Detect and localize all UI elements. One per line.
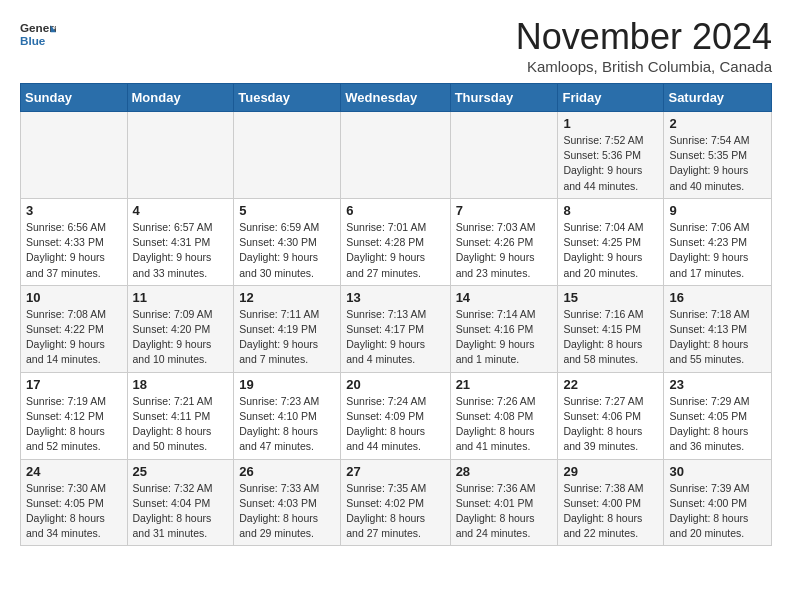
day-info: Sunrise: 7:13 AM Sunset: 4:17 PM Dayligh…: [346, 307, 444, 368]
calendar-cell: 17Sunrise: 7:19 AM Sunset: 4:12 PM Dayli…: [21, 372, 128, 459]
calendar-cell: [450, 112, 558, 199]
calendar-week-row: 10Sunrise: 7:08 AM Sunset: 4:22 PM Dayli…: [21, 285, 772, 372]
calendar-cell: 29Sunrise: 7:38 AM Sunset: 4:00 PM Dayli…: [558, 459, 664, 546]
day-number: 11: [133, 290, 229, 305]
header: General Blue November 2024 Kamloops, Bri…: [20, 16, 772, 75]
day-info: Sunrise: 7:38 AM Sunset: 4:00 PM Dayligh…: [563, 481, 658, 542]
calendar-table: SundayMondayTuesdayWednesdayThursdayFrid…: [20, 83, 772, 546]
day-info: Sunrise: 7:52 AM Sunset: 5:36 PM Dayligh…: [563, 133, 658, 194]
day-number: 17: [26, 377, 122, 392]
calendar-header: SundayMondayTuesdayWednesdayThursdayFrid…: [21, 84, 772, 112]
day-number: 24: [26, 464, 122, 479]
day-number: 20: [346, 377, 444, 392]
calendar-week-row: 3Sunrise: 6:56 AM Sunset: 4:33 PM Daylig…: [21, 198, 772, 285]
day-info: Sunrise: 7:30 AM Sunset: 4:05 PM Dayligh…: [26, 481, 122, 542]
location-subtitle: Kamloops, British Columbia, Canada: [516, 58, 772, 75]
day-info: Sunrise: 7:16 AM Sunset: 4:15 PM Dayligh…: [563, 307, 658, 368]
day-number: 3: [26, 203, 122, 218]
day-info: Sunrise: 7:14 AM Sunset: 4:16 PM Dayligh…: [456, 307, 553, 368]
calendar-cell: [21, 112, 128, 199]
weekday-header: Thursday: [450, 84, 558, 112]
day-info: Sunrise: 7:36 AM Sunset: 4:01 PM Dayligh…: [456, 481, 553, 542]
calendar-cell: 7Sunrise: 7:03 AM Sunset: 4:26 PM Daylig…: [450, 198, 558, 285]
day-info: Sunrise: 7:19 AM Sunset: 4:12 PM Dayligh…: [26, 394, 122, 455]
calendar-cell: 19Sunrise: 7:23 AM Sunset: 4:10 PM Dayli…: [234, 372, 341, 459]
day-info: Sunrise: 7:27 AM Sunset: 4:06 PM Dayligh…: [563, 394, 658, 455]
day-number: 2: [669, 116, 766, 131]
day-info: Sunrise: 7:03 AM Sunset: 4:26 PM Dayligh…: [456, 220, 553, 281]
calendar-week-row: 17Sunrise: 7:19 AM Sunset: 4:12 PM Dayli…: [21, 372, 772, 459]
day-number: 5: [239, 203, 335, 218]
day-info: Sunrise: 7:01 AM Sunset: 4:28 PM Dayligh…: [346, 220, 444, 281]
day-number: 26: [239, 464, 335, 479]
calendar-cell: 2Sunrise: 7:54 AM Sunset: 5:35 PM Daylig…: [664, 112, 772, 199]
day-number: 4: [133, 203, 229, 218]
day-info: Sunrise: 7:08 AM Sunset: 4:22 PM Dayligh…: [26, 307, 122, 368]
weekday-header: Monday: [127, 84, 234, 112]
day-number: 29: [563, 464, 658, 479]
calendar-cell: 10Sunrise: 7:08 AM Sunset: 4:22 PM Dayli…: [21, 285, 128, 372]
day-info: Sunrise: 7:26 AM Sunset: 4:08 PM Dayligh…: [456, 394, 553, 455]
weekday-header: Sunday: [21, 84, 128, 112]
day-info: Sunrise: 7:29 AM Sunset: 4:05 PM Dayligh…: [669, 394, 766, 455]
day-number: 19: [239, 377, 335, 392]
calendar-cell: [127, 112, 234, 199]
calendar-cell: 1Sunrise: 7:52 AM Sunset: 5:36 PM Daylig…: [558, 112, 664, 199]
day-number: 15: [563, 290, 658, 305]
day-number: 14: [456, 290, 553, 305]
day-info: Sunrise: 7:04 AM Sunset: 4:25 PM Dayligh…: [563, 220, 658, 281]
weekday-header: Friday: [558, 84, 664, 112]
day-number: 22: [563, 377, 658, 392]
calendar-cell: 8Sunrise: 7:04 AM Sunset: 4:25 PM Daylig…: [558, 198, 664, 285]
weekday-header: Saturday: [664, 84, 772, 112]
calendar-cell: 3Sunrise: 6:56 AM Sunset: 4:33 PM Daylig…: [21, 198, 128, 285]
day-number: 18: [133, 377, 229, 392]
calendar-cell: 11Sunrise: 7:09 AM Sunset: 4:20 PM Dayli…: [127, 285, 234, 372]
day-info: Sunrise: 7:06 AM Sunset: 4:23 PM Dayligh…: [669, 220, 766, 281]
calendar-cell: 25Sunrise: 7:32 AM Sunset: 4:04 PM Dayli…: [127, 459, 234, 546]
day-number: 30: [669, 464, 766, 479]
weekday-header-row: SundayMondayTuesdayWednesdayThursdayFrid…: [21, 84, 772, 112]
day-info: Sunrise: 7:35 AM Sunset: 4:02 PM Dayligh…: [346, 481, 444, 542]
calendar-cell: 9Sunrise: 7:06 AM Sunset: 4:23 PM Daylig…: [664, 198, 772, 285]
day-info: Sunrise: 7:23 AM Sunset: 4:10 PM Dayligh…: [239, 394, 335, 455]
weekday-header: Tuesday: [234, 84, 341, 112]
calendar-cell: 28Sunrise: 7:36 AM Sunset: 4:01 PM Dayli…: [450, 459, 558, 546]
day-info: Sunrise: 7:24 AM Sunset: 4:09 PM Dayligh…: [346, 394, 444, 455]
day-number: 7: [456, 203, 553, 218]
title-area: November 2024 Kamloops, British Columbia…: [516, 16, 772, 75]
calendar-cell: 16Sunrise: 7:18 AM Sunset: 4:13 PM Dayli…: [664, 285, 772, 372]
calendar-week-row: 24Sunrise: 7:30 AM Sunset: 4:05 PM Dayli…: [21, 459, 772, 546]
calendar-cell: [341, 112, 450, 199]
day-number: 28: [456, 464, 553, 479]
calendar-week-row: 1Sunrise: 7:52 AM Sunset: 5:36 PM Daylig…: [21, 112, 772, 199]
day-info: Sunrise: 7:09 AM Sunset: 4:20 PM Dayligh…: [133, 307, 229, 368]
day-info: Sunrise: 7:32 AM Sunset: 4:04 PM Dayligh…: [133, 481, 229, 542]
calendar-cell: 23Sunrise: 7:29 AM Sunset: 4:05 PM Dayli…: [664, 372, 772, 459]
day-number: 9: [669, 203, 766, 218]
calendar-cell: 14Sunrise: 7:14 AM Sunset: 4:16 PM Dayli…: [450, 285, 558, 372]
day-info: Sunrise: 7:21 AM Sunset: 4:11 PM Dayligh…: [133, 394, 229, 455]
calendar-cell: 21Sunrise: 7:26 AM Sunset: 4:08 PM Dayli…: [450, 372, 558, 459]
day-number: 16: [669, 290, 766, 305]
svg-text:Blue: Blue: [20, 34, 46, 47]
day-info: Sunrise: 7:39 AM Sunset: 4:00 PM Dayligh…: [669, 481, 766, 542]
day-info: Sunrise: 7:11 AM Sunset: 4:19 PM Dayligh…: [239, 307, 335, 368]
logo-icon: General Blue: [20, 16, 56, 52]
weekday-header: Wednesday: [341, 84, 450, 112]
calendar-cell: 6Sunrise: 7:01 AM Sunset: 4:28 PM Daylig…: [341, 198, 450, 285]
day-number: 13: [346, 290, 444, 305]
day-number: 23: [669, 377, 766, 392]
month-title: November 2024: [516, 16, 772, 58]
day-info: Sunrise: 7:54 AM Sunset: 5:35 PM Dayligh…: [669, 133, 766, 194]
day-number: 6: [346, 203, 444, 218]
day-info: Sunrise: 6:59 AM Sunset: 4:30 PM Dayligh…: [239, 220, 335, 281]
calendar-cell: 13Sunrise: 7:13 AM Sunset: 4:17 PM Dayli…: [341, 285, 450, 372]
calendar-cell: 30Sunrise: 7:39 AM Sunset: 4:00 PM Dayli…: [664, 459, 772, 546]
day-info: Sunrise: 6:57 AM Sunset: 4:31 PM Dayligh…: [133, 220, 229, 281]
calendar-cell: 22Sunrise: 7:27 AM Sunset: 4:06 PM Dayli…: [558, 372, 664, 459]
day-number: 21: [456, 377, 553, 392]
calendar-cell: 20Sunrise: 7:24 AM Sunset: 4:09 PM Dayli…: [341, 372, 450, 459]
day-info: Sunrise: 7:18 AM Sunset: 4:13 PM Dayligh…: [669, 307, 766, 368]
calendar-cell: 15Sunrise: 7:16 AM Sunset: 4:15 PM Dayli…: [558, 285, 664, 372]
